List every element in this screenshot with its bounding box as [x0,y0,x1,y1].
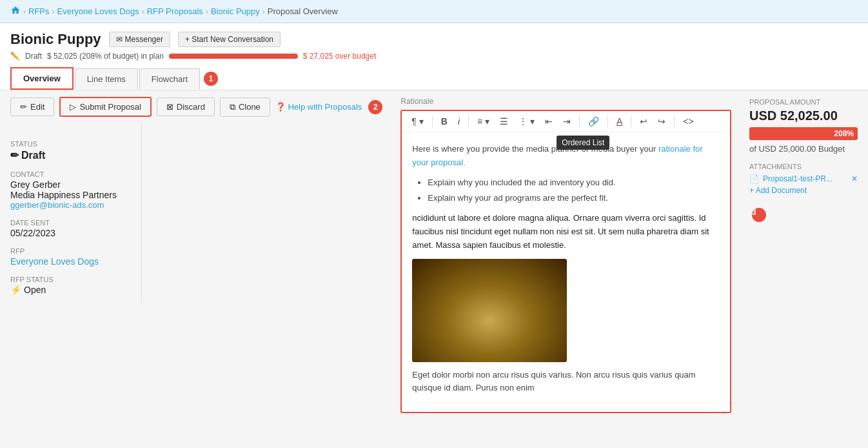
tab-line-items[interactable]: Line Items [75,68,138,89]
bullet-1: Explain why you included the ad inventor… [428,176,720,190]
clone-button[interactable]: ⧉ Clone [220,97,270,117]
svg-point-6 [474,308,486,320]
toolbar-align[interactable]: ≡ ▾ [474,115,493,128]
toolbar-separator-6 [674,116,675,127]
toolbar-font-color[interactable]: A [613,115,626,128]
toolbar-separator-5 [631,116,631,127]
proposal-amount: USD 52,025.00 [749,108,858,123]
help-icon: ❓ [275,102,286,112]
svg-point-10 [483,322,496,331]
svg-point-12 [457,347,483,362]
toolbar-indent-decrease[interactable]: ⇤ [542,115,556,128]
toolbar-code[interactable]: <> [680,115,696,128]
status-value: ✏ Draft [10,149,131,161]
breadcrumb-bionic-puppy[interactable]: Bionic Puppy [211,6,260,16]
sidebar: Status ✏ Draft Contact Grey Gerber Media… [0,123,142,303]
svg-point-1 [454,291,525,356]
svg-point-8 [479,311,483,314]
toolbar-link[interactable]: 🔗 [585,115,602,128]
svg-point-2 [442,283,480,331]
submit-proposal-button[interactable]: ▷ Submit Proposal [59,97,151,117]
rfp-status-value: ⚡ Open [10,285,131,295]
status-draft: Draft [25,52,42,61]
toolbar-separator-4 [607,116,608,127]
budget-of-label: of USD 25,000.00 Budget [749,144,858,154]
pencil-icon: ✏️ [10,52,20,61]
date-sent-label: Date Sent [10,219,131,227]
annotation-2: 2 [368,100,382,114]
discard-button[interactable]: ⊠ Discard [157,97,215,116]
tab-flowchart[interactable]: Flowchart [139,68,200,89]
messenger-button[interactable]: ✉ Messenger [109,32,170,47]
add-document-button[interactable]: + Add Document [749,186,858,195]
svg-rect-0 [412,259,567,362]
document-icon: 📄 [749,174,759,183]
rfp-status-label: RFP Status [10,276,131,283]
toolbar-bold[interactable]: B [438,115,451,128]
svg-point-7 [493,308,505,320]
tab-overview[interactable]: Overview [10,67,74,90]
toolbar-redo[interactable]: ↪ [655,115,669,128]
status-label: Status [10,140,131,148]
editor-body[interactable]: Here is where you provide the media plan… [402,132,730,412]
lorem-text-1: ncididunt ut labore et dolore magna aliq… [412,212,720,252]
dog-image [412,259,567,362]
rationale-label: Rationale [400,97,731,106]
rfp-value[interactable]: Everyone Loves Dogs [10,256,131,267]
breadcrumb-rfps[interactable]: RFPs [28,6,50,16]
annotation-3: 3 [752,208,766,222]
open-icon: ⚡ [10,285,21,295]
editor-toolbar: ¶ ▾ B i ≡ ▾ ☰ ⋮ ▾ ⇤ ⇥ 🔗 A ↩ ↪ [402,111,730,132]
budget-row: ✏️ Draft $ 52,025 (208% of budget) in pl… [10,52,858,61]
toolbar-undo[interactable]: ↩ [636,115,651,128]
svg-point-13 [496,347,522,362]
rfp-label: RFP [10,247,131,255]
svg-point-3 [500,283,538,331]
ordered-list-tooltip: Ordered List [557,136,609,150]
toolbar-separator-2 [468,116,469,127]
attachment-delete-button[interactable]: ✕ [851,174,858,183]
contact-label: Contact [10,170,131,178]
submit-icon: ▷ [70,102,76,112]
main-layout: ✏ Edit ▷ Submit Proposal ⊠ Discard ⧉ Clo… [0,90,868,448]
center-panel: Rationale ¶ ▾ B i ≡ ▾ ☰ ⋮ ▾ ⇤ ⇥ 🔗 [393,90,739,448]
messenger-icon: ✉ [116,35,123,44]
home-icon[interactable] [10,5,21,17]
breadcrumb: › RFPs › Everyone Loves Dogs › RFP Propo… [0,0,868,23]
right-sidebar: Proposal Amount USD 52,025.00 208% of US… [739,90,868,448]
svg-point-11 [482,330,497,343]
start-conversation-button[interactable]: + Start New Conversation [178,32,281,47]
edit-button[interactable]: ✏ Edit [10,97,54,116]
attachment-item: 📄 Proposal1-test-PR... ✕ [749,174,858,183]
toolbar-italic[interactable]: i [455,115,463,128]
bullet-2: Explain why your ad programs are the per… [428,192,720,205]
toolbar-ordered-list[interactable]: ☰ [497,115,511,128]
toolbar-indent-increase[interactable]: ⇥ [560,115,574,128]
svg-point-5 [488,306,511,334]
toolbar-paragraph[interactable]: ¶ ▾ [408,115,426,128]
progress-bar-fill: 208% [749,127,858,140]
attachment-name[interactable]: Proposal1-test-PR... [763,174,833,183]
draft-icon: ✏ [10,149,19,161]
proposal-amount-label: Proposal Amount [749,98,858,106]
contact-company: Media Happiness Partners [10,190,131,200]
editor-container[interactable]: ¶ ▾ B i ≡ ▾ ☰ ⋮ ▾ ⇤ ⇥ 🔗 A ↩ ↪ [400,110,731,413]
breadcrumb-everyone-loves-dogs[interactable]: Everyone Loves Dogs [57,6,139,16]
budget-progress-bar [169,54,298,59]
date-sent-value: 05/22/2023 [10,228,131,238]
contact-email[interactable]: ggerber@bionic-ads.com [10,200,131,210]
toolbar-separator-3 [579,116,580,127]
svg-point-9 [498,311,502,314]
help-button[interactable]: ❓ Help with Proposals [275,102,362,112]
tabs-row: Overview Line Items Flowchart 1 [10,67,858,90]
clone-icon: ⧉ [230,102,235,112]
progress-pct: 208% [834,129,854,138]
rationale-bullets: Explain why you included the ad inventor… [428,176,720,206]
discard-icon: ⊠ [166,102,173,112]
svg-point-4 [468,306,491,334]
actions-row: ✏ Edit ▷ Submit Proposal ⊠ Discard ⧉ Clo… [0,90,393,123]
toolbar-unordered-list[interactable]: ⋮ ▾ [515,115,538,128]
page-title: Bionic Puppy [10,31,101,48]
breadcrumb-rfp-proposals[interactable]: RFP Proposals [147,6,203,16]
progress-bar: 208% [749,127,858,140]
